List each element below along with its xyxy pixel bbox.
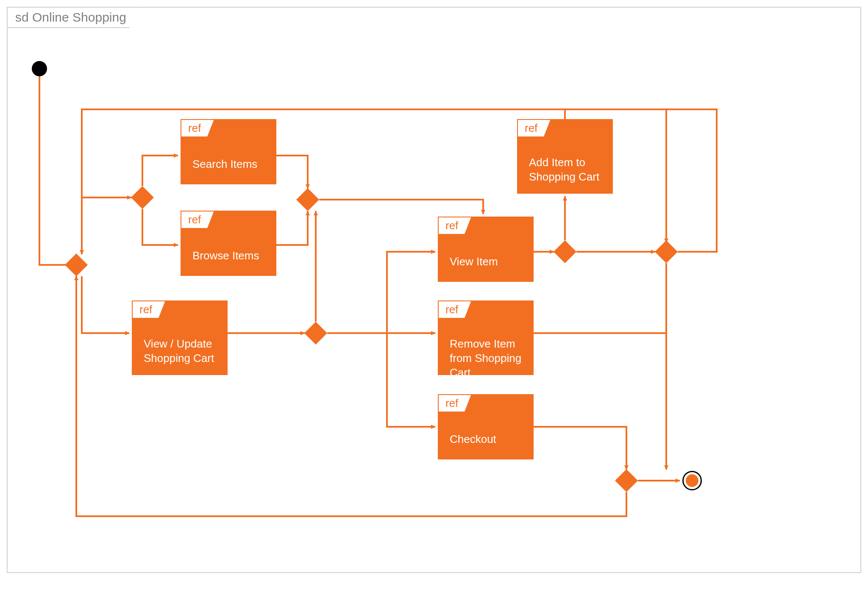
ref-checkout: ref Checkout (438, 394, 534, 459)
ref-browse-items: ref Browse Items (181, 211, 276, 276)
ref-view-item: ref View Item (438, 217, 534, 282)
ref-view-update-cart: ref View / Update Shopping Cart (132, 300, 228, 375)
ref-label-remove-item: Remove Item from Shopping Cart (450, 337, 534, 380)
ref-search-items: ref Search Items (181, 119, 276, 184)
ref-remove-item: ref Remove Item from Shopping Cart (438, 300, 534, 375)
end-node-inner-icon (686, 474, 698, 487)
ref-label-view-item: View Item (450, 255, 498, 269)
ref-tag: ref (133, 301, 165, 318)
ref-tag: ref (439, 395, 471, 412)
ref-tag: ref (181, 211, 214, 228)
ref-tag: ref (439, 301, 471, 318)
ref-tag: ref (518, 120, 550, 136)
diagram-canvas: sd Online Shopping ref Search Items ref … (0, 0, 868, 612)
ref-label-add-item: Add Item to Shopping Cart (529, 156, 609, 184)
ref-label-browse-items: Browse Items (192, 249, 259, 263)
start-node-icon (32, 61, 47, 76)
ref-tag: ref (181, 120, 214, 136)
ref-label-view-update-cart: View / Update Shopping Cart (144, 337, 224, 366)
ref-label-checkout: Checkout (450, 432, 496, 447)
ref-add-item: ref Add Item to Shopping Cart (517, 119, 613, 194)
diagram-frame: sd Online Shopping (7, 7, 861, 573)
ref-label-search-items: Search Items (192, 157, 257, 172)
frame-title: sd Online Shopping (7, 7, 140, 28)
ref-tag: ref (439, 217, 471, 234)
